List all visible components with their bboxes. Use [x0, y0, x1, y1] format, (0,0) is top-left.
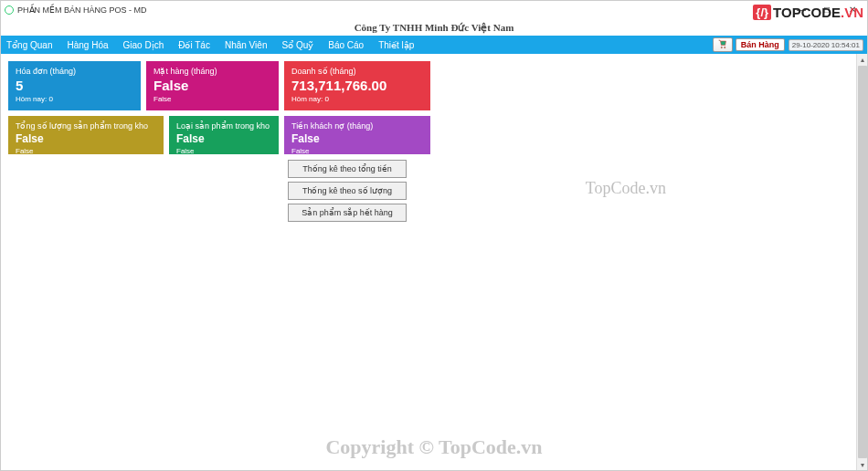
btn-thong-ke-so-luong[interactable]: Thống kê theo số lượng	[288, 182, 407, 200]
tile-tong-so-luong[interactable]: Tổng số lượng sản phẩm trong kho False F…	[8, 116, 164, 154]
btn-san-pham-het-hang[interactable]: Sản phẩm sắp hết hàng	[288, 204, 407, 222]
tile-value: 713,711,766.00	[291, 78, 423, 93]
menu-thiet-lap[interactable]: Thiết lập	[378, 40, 414, 50]
report-buttons: Thống kê theo tổng tiền Thống kê theo số…	[288, 160, 407, 222]
tile-sub: Hôm nay: 0	[16, 95, 133, 103]
watermark-bottom: Copyright © TopCode.vn	[325, 435, 542, 459]
menu-bao-cao[interactable]: Báo Cáo	[328, 40, 364, 50]
topcode-logo: {/} TOPCODE.VN	[753, 5, 863, 20]
tile-value: False	[153, 78, 271, 93]
cart-icon[interactable]	[713, 37, 733, 52]
dashboard-content: Hóa đơn (tháng) 5 Hôm nay: 0 Mặt hàng (t…	[1, 54, 867, 229]
app-icon	[5, 5, 14, 15]
tile-sub: False	[153, 95, 271, 103]
tile-sub: False	[176, 147, 271, 155]
tile-sub: False	[16, 147, 156, 155]
menubar: Tổng Quan Hàng Hóa Giao Dịch Đối Tác Nhâ…	[1, 36, 867, 54]
datetime-display: 29-10-2020 10:54:01	[789, 39, 863, 51]
menu-nhan-vien[interactable]: Nhân Viên	[225, 40, 268, 50]
titlebar: PHẦN MỀM BÁN HÀNG POS - MD — □ ✕	[1, 1, 867, 19]
logo-text: TOPCODE	[773, 5, 841, 20]
tile-sub: False	[291, 147, 423, 155]
tile-title: Tổng số lượng sản phẩm trong kho	[16, 121, 156, 131]
tile-value: False	[16, 132, 156, 145]
tile-tien-khach-no[interactable]: Tiền khách nợ (tháng) False False	[284, 116, 430, 154]
menu-so-quy[interactable]: Sổ Quỹ	[281, 40, 313, 50]
btn-thong-ke-tien[interactable]: Thống kê theo tổng tiền	[288, 160, 407, 178]
tile-mat-hang[interactable]: Mặt hàng (tháng) False False	[146, 61, 279, 110]
tile-title: Loại sản phẩm trong kho	[176, 121, 271, 131]
tile-row-2: Tổng số lượng sản phẩm trong kho False F…	[8, 116, 860, 154]
company-title: Công Ty TNHH Minh Đức Việt Nam	[355, 22, 514, 34]
scroll-down-icon[interactable]: ▾	[857, 459, 868, 470]
menu-tong-quan[interactable]: Tổng Quan	[6, 40, 52, 50]
scroll-up-icon[interactable]: ▴	[857, 54, 868, 65]
menu-giao-dich[interactable]: Giao Dịch	[123, 40, 164, 50]
tile-row-1: Hóa đơn (tháng) 5 Hôm nay: 0 Mặt hàng (t…	[8, 61, 860, 110]
scrollbar-thumb[interactable]	[858, 66, 867, 458]
tile-title: Hóa đơn (tháng)	[16, 67, 133, 76]
menu-doi-tac[interactable]: Đối Tác	[178, 40, 210, 50]
logo-suffix: .VN	[841, 5, 863, 20]
tile-doanh-so[interactable]: Doanh số (tháng) 713,711,766.00 Hôm nay:…	[284, 61, 430, 110]
tile-value: 5	[16, 78, 133, 93]
header: Công Ty TNHH Minh Đức Việt Nam {/} TOPCO…	[1, 19, 867, 36]
tile-sub: Hôm nay: 0	[291, 95, 423, 103]
window-title: PHẦN MỀM BÁN HÀNG POS - MD	[17, 5, 147, 15]
tile-hoa-don[interactable]: Hóa đơn (tháng) 5 Hôm nay: 0	[8, 61, 141, 110]
tile-title: Tiền khách nợ (tháng)	[291, 121, 423, 131]
menubar-right: Bán Hàng 29-10-2020 10:54:01	[713, 36, 863, 54]
vertical-scrollbar[interactable]: ▴ ▾	[856, 54, 867, 470]
tile-value: False	[176, 132, 271, 145]
logo-bracket-icon: {/}	[753, 5, 771, 20]
tile-value: False	[291, 132, 423, 145]
tile-title: Doanh số (tháng)	[291, 67, 423, 76]
tile-title: Mặt hàng (tháng)	[153, 67, 271, 76]
ban-hang-button[interactable]: Bán Hàng	[736, 38, 785, 51]
menu-hang-hoa[interactable]: Hàng Hóa	[67, 40, 108, 50]
tile-loai-san-pham[interactable]: Loại sản phẩm trong kho False False	[169, 116, 279, 154]
